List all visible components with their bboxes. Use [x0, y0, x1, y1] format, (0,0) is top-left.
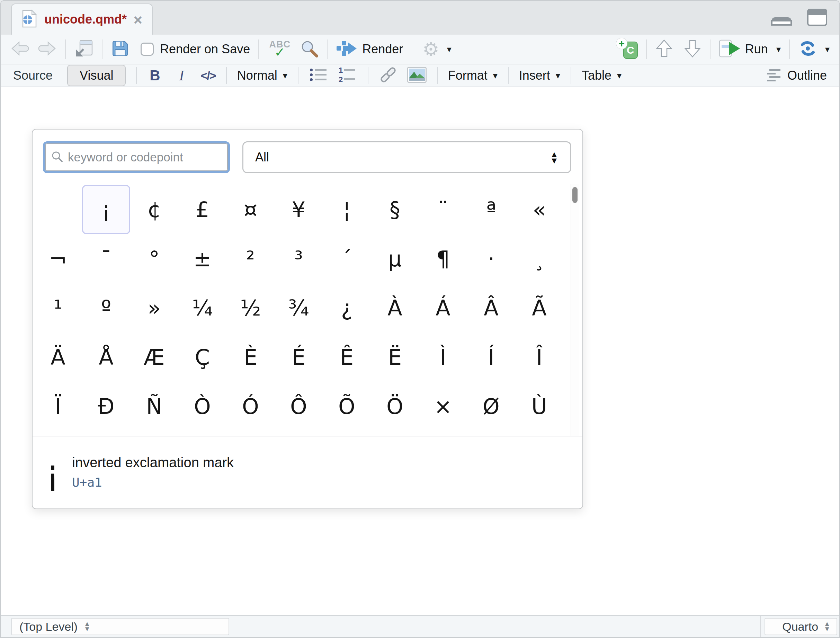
search-input[interactable] — [68, 150, 222, 164]
char-cell[interactable]: Á — [419, 283, 467, 333]
char-cell[interactable]: ² — [226, 234, 275, 283]
run-icon[interactable] — [719, 39, 741, 59]
minimize-pane-icon[interactable] — [770, 16, 793, 28]
char-cell[interactable]: ½ — [226, 283, 275, 333]
render-options-caret-icon[interactable]: ▾ — [447, 45, 452, 54]
char-cell[interactable]: ¨ — [419, 185, 467, 234]
italic-button[interactable]: I — [175, 67, 187, 84]
char-cell[interactable]: » — [130, 283, 178, 333]
char-cell[interactable]: £ — [178, 185, 226, 234]
spellcheck-icon[interactable]: ABC ✓ — [267, 41, 292, 57]
bold-button[interactable]: B — [147, 67, 163, 84]
char-cell[interactable]: ¢ — [130, 185, 178, 234]
tab-close-icon[interactable]: × — [134, 13, 142, 27]
char-cell[interactable]: º — [82, 283, 130, 333]
char-cell[interactable]: Ñ — [130, 382, 178, 431]
char-cell[interactable]: À — [371, 283, 419, 333]
source-mode-button[interactable]: Source — [13, 68, 53, 83]
char-cell[interactable]: § — [371, 185, 419, 234]
visual-mode-button[interactable]: Visual — [67, 65, 126, 86]
char-cell[interactable]: È — [226, 333, 275, 382]
link-icon[interactable] — [379, 65, 398, 85]
char-cell[interactable]: ¤ — [226, 185, 275, 234]
char-cell[interactable]: ¦ — [323, 185, 371, 234]
render-icon[interactable] — [336, 40, 357, 58]
char-cell[interactable]: Î — [515, 333, 563, 382]
char-cell[interactable]: Ò — [178, 382, 226, 431]
char-cell[interactable]: Ã — [515, 283, 563, 333]
run-button[interactable]: Run — [745, 42, 768, 57]
char-cell[interactable]: µ — [371, 234, 419, 283]
back-icon[interactable] — [10, 40, 31, 58]
char-cell[interactable]: ³ — [275, 234, 323, 283]
insert-chunk-icon[interactable]: C+ — [616, 38, 638, 60]
char-cell[interactable]: Õ — [323, 382, 371, 431]
outline-toggle[interactable]: Outline — [767, 68, 827, 83]
char-cell[interactable]: ´ — [323, 234, 371, 283]
find-replace-icon[interactable] — [300, 39, 319, 59]
char-cell[interactable]: ¸ — [515, 234, 563, 283]
bullet-list-icon[interactable] — [309, 67, 328, 84]
go-to-previous-chunk-icon[interactable] — [655, 39, 673, 60]
grid-scrollbar-thumb[interactable] — [572, 187, 578, 203]
char-cell[interactable]: Ç — [178, 333, 226, 382]
save-icon[interactable] — [111, 39, 129, 59]
category-select[interactable]: All ▲ ▼ — [242, 141, 571, 173]
char-cell[interactable]: ¾ — [275, 283, 323, 333]
render-options-gear-icon[interactable]: ⚙ — [422, 40, 439, 58]
char-cell[interactable]: ° — [130, 234, 178, 283]
char-cell[interactable]: · — [467, 234, 515, 283]
char-cell[interactable]: Ö — [371, 382, 419, 431]
format-menu[interactable]: Format ▾ — [448, 68, 497, 83]
open-in-new-window-icon[interactable] — [74, 39, 93, 59]
char-cell[interactable]: ¥ — [275, 185, 323, 234]
grid-scrollbar[interactable] — [571, 184, 579, 436]
char-cell[interactable]: ¶ — [419, 234, 467, 283]
char-cell-empty[interactable] — [34, 185, 82, 234]
char-cell[interactable]: × — [419, 382, 467, 431]
char-cell[interactable]: Æ — [130, 333, 178, 382]
char-cell[interactable]: Ê — [323, 333, 371, 382]
editor-canvas[interactable]: All ▲ ▼ ¡¢£¤¥¦§¨ª«¬¯°±²³´µ¶·¸¹º»¼½¾¿ÀÁÂÃ… — [1, 87, 839, 615]
char-cell[interactable]: Â — [467, 283, 515, 333]
run-menu-caret-icon[interactable]: ▾ — [776, 45, 781, 54]
char-cell[interactable]: ª — [467, 185, 515, 234]
char-cell[interactable]: Ë — [371, 333, 419, 382]
paragraph-style-select[interactable]: Normal ▾ — [237, 68, 287, 83]
char-cell[interactable]: Ó — [226, 382, 275, 431]
char-cell[interactable]: ¬ — [34, 234, 82, 283]
table-menu[interactable]: Table ▾ — [582, 68, 622, 83]
char-cell[interactable]: Í — [467, 333, 515, 382]
image-icon[interactable] — [407, 66, 426, 85]
char-cell[interactable]: Ù — [515, 382, 563, 431]
char-cell[interactable]: « — [515, 185, 563, 234]
rerun-icon[interactable] — [798, 39, 818, 59]
svg-text:1: 1 — [339, 67, 343, 74]
editor-tab-unicode-qmd[interactable]: unicode.qmd* × — [11, 3, 153, 35]
char-cell[interactable]: ¡ — [82, 185, 130, 234]
rerun-menu-caret-icon[interactable]: ▾ — [825, 45, 830, 54]
char-cell[interactable]: É — [275, 333, 323, 382]
insert-menu[interactable]: Insert ▾ — [519, 68, 560, 83]
char-cell[interactable]: Ì — [419, 333, 467, 382]
char-cell[interactable]: ¯ — [82, 234, 130, 283]
render-on-save-checkbox[interactable] — [141, 43, 154, 56]
char-cell[interactable]: Ô — [275, 382, 323, 431]
maximize-pane-icon[interactable] — [807, 8, 827, 28]
char-cell[interactable]: ¿ — [323, 283, 371, 333]
go-to-next-chunk-icon[interactable] — [684, 39, 701, 60]
char-cell[interactable]: Å — [82, 333, 130, 382]
char-cell[interactable]: Ä — [34, 333, 82, 382]
char-cell[interactable]: Ð — [82, 382, 130, 431]
render-button[interactable]: Render — [362, 42, 403, 57]
char-cell[interactable]: ¼ — [178, 283, 226, 333]
numbered-list-icon[interactable]: 1 2 — [338, 67, 357, 84]
scope-selector[interactable]: (Top Level) ▲ ▼ — [11, 618, 229, 635]
char-cell[interactable]: ± — [178, 234, 226, 283]
code-button[interactable]: </> — [201, 69, 215, 82]
forward-icon[interactable] — [36, 40, 57, 58]
char-cell[interactable]: Ï — [34, 382, 82, 431]
language-mode-selector[interactable]: Quarto ▲ ▼ — [764, 618, 837, 635]
char-cell[interactable]: ¹ — [34, 283, 82, 333]
char-cell[interactable]: Ø — [467, 382, 515, 431]
